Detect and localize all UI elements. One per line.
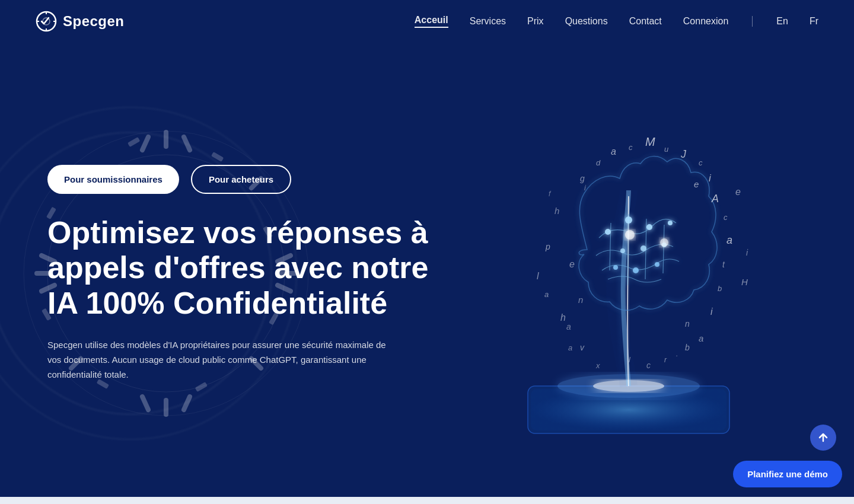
ai-brain-illustration: l p a h h a f g d a c M u J c A c a t b … [480,95,777,451]
svg-text:d: d [596,158,601,167]
bottom-bar [0,497,854,504]
svg-text:p: p [545,242,550,251]
svg-text:e: e [735,187,741,197]
svg-text:J: J [680,148,687,160]
svg-text:H: H [741,277,748,287]
hero-image: l p a h h a f g d a c M u J c A c a t b … [439,95,818,451]
nav-acceuil[interactable]: Acceuil [415,15,448,28]
svg-text:M: M [645,135,655,148]
svg-text:h: h [560,312,566,323]
svg-text:e: e [694,179,699,189]
arrow-up-icon [817,432,829,444]
svg-text:a: a [568,343,572,352]
svg-text:a: a [699,333,703,343]
nav-services[interactable]: Services [470,16,506,27]
svg-text:i: i [710,307,713,317]
svg-text:b: b [718,284,722,293]
svg-point-41 [625,216,632,224]
logo-icon [36,11,57,32]
header: Specgen Acceuil Services Prix Questions … [0,0,854,43]
svg-point-48 [633,267,639,273]
svg-text:u: u [664,145,668,154]
svg-text:v: v [580,343,585,352]
lang-divider [752,16,753,27]
svg-rect-25 [211,152,224,162]
svg-text:a: a [611,146,616,157]
svg-point-49 [655,262,659,267]
svg-point-43 [668,221,673,225]
hero-buttons: Pour soumissionnaires Pour acheteurs [47,165,439,194]
logo-text: Specgen [63,13,125,30]
svg-point-42 [646,224,652,230]
svg-text:n: n [578,295,583,305]
svg-point-47 [613,265,618,270]
hero-title: Optimisez vos réponses à appels d'offres… [47,215,439,321]
svg-text:h: h [555,206,559,216]
svg-line-16 [184,397,190,410]
nav-questions[interactable]: Questions [565,16,608,27]
svg-point-50 [625,230,635,240]
svg-text:c: c [646,361,651,370]
scroll-top-button[interactable] [810,425,836,451]
svg-text:.: . [676,350,678,358]
svg-line-8 [142,137,148,150]
svg-text:n: n [685,319,690,328]
svg-text:c: c [629,143,633,152]
svg-text:i: i [709,173,712,184]
svg-rect-24 [128,137,140,147]
svg-text:l: l [537,271,539,281]
main-nav: Acceuil Services Prix Questions Contact … [415,15,818,28]
svg-text:a: a [726,234,732,246]
svg-text:b: b [685,343,690,352]
svg-text:i: i [746,248,748,257]
hero-section: Pour soumissionnaires Pour acheteurs Opt… [0,43,854,504]
hero-description: Specgen utilise des modèles d'IA proprié… [47,338,391,382]
lang-fr[interactable]: Fr [810,16,818,27]
svg-point-44 [620,248,625,253]
soumissionnaires-button[interactable]: Pour soumissionnaires [47,165,179,194]
svg-text:c: c [699,158,703,167]
svg-text:A: A [711,193,719,205]
logo[interactable]: Specgen [36,11,125,32]
acheteurs-button[interactable]: Pour acheteurs [191,165,291,194]
svg-line-10 [184,137,190,150]
svg-text:e: e [569,259,575,269]
svg-line-14 [142,397,148,410]
svg-point-51 [660,238,668,247]
nav-contact[interactable]: Contact [629,16,662,27]
svg-text:f: f [549,190,552,198]
svg-rect-28 [195,382,208,392]
svg-text:r: r [664,356,667,364]
svg-text:c: c [724,213,728,222]
nav-connexion[interactable]: Connexion [683,16,729,27]
svg-point-40 [605,229,611,235]
svg-text:a: a [566,322,571,331]
svg-text:x: x [595,361,600,370]
svg-line-39 [663,225,664,273]
svg-point-45 [640,245,646,251]
demo-button[interactable]: Planifiez une démo [733,461,842,487]
lang-en[interactable]: En [776,16,788,27]
svg-text:t: t [722,260,725,269]
svg-text:g: g [580,174,585,183]
nav-prix[interactable]: Prix [527,16,544,27]
hero-content: Pour soumissionnaires Pour acheteurs Opt… [47,165,439,382]
svg-text:a: a [544,290,549,299]
